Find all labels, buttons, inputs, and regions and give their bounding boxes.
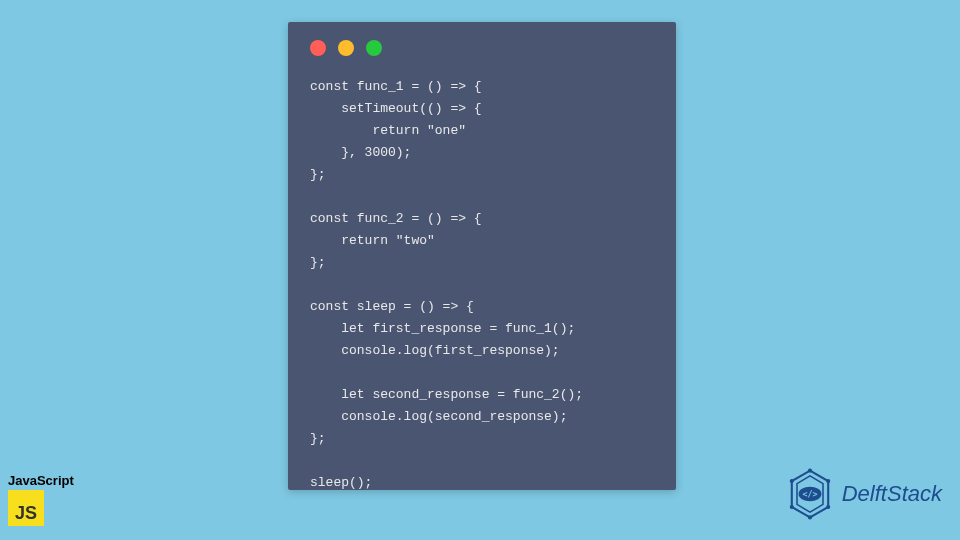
code-line: };	[310, 431, 326, 446]
code-line: const func_1 = () => {	[310, 79, 482, 94]
code-line: console.log(second_response);	[310, 409, 567, 424]
code-line: const func_2 = () => {	[310, 211, 482, 226]
code-line: };	[310, 167, 326, 182]
svg-point-3	[826, 479, 830, 483]
code-line: sleep();	[310, 475, 372, 490]
svg-point-4	[826, 505, 830, 509]
code-line: }, 3000);	[310, 145, 411, 160]
code-line: return "two"	[310, 233, 435, 248]
svg-point-6	[789, 505, 793, 509]
delftstack-brand: </> DelftStack	[784, 468, 942, 520]
svg-text:</>: </>	[802, 489, 817, 499]
code-line: console.log(first_response);	[310, 343, 560, 358]
javascript-logo-icon: JS	[8, 490, 44, 526]
code-window: const func_1 = () => { setTimeout(() => …	[288, 22, 676, 490]
code-line: const sleep = () => {	[310, 299, 474, 314]
code-content: const func_1 = () => { setTimeout(() => …	[310, 76, 654, 494]
svg-point-5	[808, 515, 812, 519]
svg-point-7	[789, 479, 793, 483]
delftstack-logo-icon: </>	[784, 468, 836, 520]
window-controls	[310, 40, 654, 56]
js-logo-text: JS	[15, 503, 37, 524]
code-line: setTimeout(() => {	[310, 101, 482, 116]
maximize-icon	[366, 40, 382, 56]
delftstack-name: DelftStack	[842, 481, 942, 507]
javascript-label: JavaScript	[8, 473, 74, 488]
code-line: let first_response = func_1();	[310, 321, 575, 336]
code-line: return "one"	[310, 123, 466, 138]
minimize-icon	[338, 40, 354, 56]
javascript-badge: JavaScript JS	[8, 473, 74, 526]
close-icon	[310, 40, 326, 56]
svg-point-2	[808, 469, 812, 473]
code-line: let second_response = func_2();	[310, 387, 583, 402]
code-line: };	[310, 255, 326, 270]
